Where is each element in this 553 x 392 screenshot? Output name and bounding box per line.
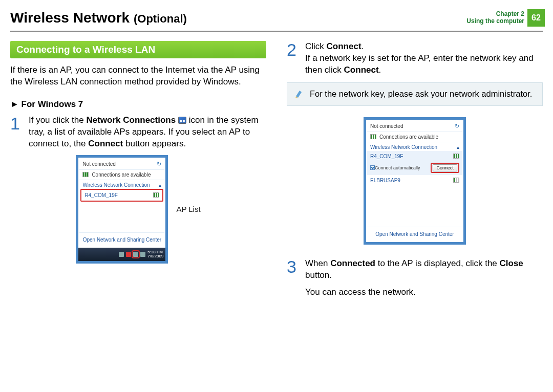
open-network-center-link[interactable]: Open Network and Sharing Center (367, 227, 462, 241)
wifi-popup-screenshot-2: Not connected ↻ Connections are availabl… (364, 117, 466, 245)
sub-heading: ► For Windows 7 (10, 99, 266, 110)
page-title: Wireless Network (Optional) (10, 10, 187, 26)
step-2-body: Click Connect. If a network key is set f… (305, 41, 543, 76)
tray-icon (126, 252, 131, 257)
connect-button[interactable]: Connect (433, 164, 457, 171)
note-icon (294, 89, 305, 99)
note-box: For the network key, please ask your net… (287, 82, 543, 106)
tray-network-icon[interactable] (133, 252, 138, 257)
tray-clock: 5:38 PM 7/8/2009 (147, 250, 163, 258)
refresh-icon[interactable]: ↻ (157, 161, 161, 167)
step-2-number: 2 (287, 41, 300, 76)
chapter-line1: Chapter 2 (466, 11, 524, 18)
ap-item-highlighted[interactable]: R4_COM_19F (80, 189, 163, 202)
chevron-up-icon[interactable]: ▴ (159, 182, 161, 188)
chevron-up-icon[interactable]: ▴ (457, 144, 459, 150)
signal-icon (82, 172, 89, 177)
not-connected-label: Not connected (82, 161, 116, 167)
connections-available-label: Connections are available (92, 172, 151, 178)
note-text: For the network key, please ask your net… (310, 89, 532, 99)
wifi-popup-screenshot-1: Not connected ↻ Connections are availabl… (76, 155, 168, 264)
intro-text: If there is an AP, you can connect to th… (10, 64, 266, 88)
tray-volume-icon (140, 252, 145, 257)
step-3-number: 3 (287, 258, 300, 298)
connect-auto-label: Connect automatically (375, 165, 420, 170)
step-1-number: 1 (10, 115, 24, 150)
step-1-body: If you click the Network Connections ico… (29, 115, 266, 150)
signal-icon (370, 134, 376, 139)
network-connections-icon (178, 117, 186, 124)
divider (10, 31, 543, 32)
title-tag: (Optional) (134, 12, 187, 25)
signal-icon (153, 192, 159, 198)
taskbar: 5:38 PM 7/8/2009 (78, 248, 165, 261)
ap-connect-row: Connect automatically Connect (367, 162, 462, 175)
title-main: Wireless Network (10, 10, 130, 26)
page-number-badge: 62 (527, 9, 545, 27)
ap-name: R4_COM_19F (84, 192, 117, 198)
ap-item-selected[interactable]: R4_COM_19F (367, 151, 462, 162)
ap-list-callout: AP List (176, 205, 200, 213)
signal-icon (453, 178, 459, 183)
tray-icon (119, 252, 124, 257)
open-network-center-link[interactable]: Open Network and Sharing Center (79, 232, 164, 247)
connect-auto-checkbox[interactable] (370, 165, 375, 170)
section-heading: Connecting to a Wireless LAN (10, 41, 266, 58)
chapter-line2: Using the computer (466, 18, 524, 25)
header-meta: Chapter 2 Using the computer 62 (466, 9, 553, 27)
wlan-section-label: Wireless Network Connection (82, 182, 150, 188)
refresh-icon[interactable]: ↻ (455, 123, 459, 129)
signal-icon (453, 154, 459, 159)
ap-item[interactable]: ELBRUSAP9 (367, 175, 462, 186)
step-3-body: When Connected to the AP is displayed, c… (305, 258, 543, 298)
